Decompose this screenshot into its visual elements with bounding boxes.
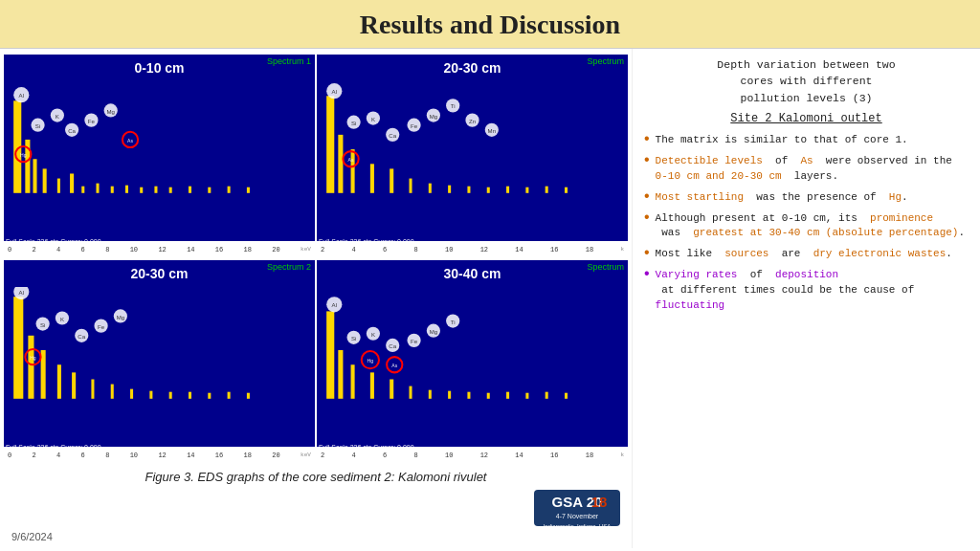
svg-rect-10 <box>140 187 143 193</box>
svg-rect-103 <box>467 392 470 399</box>
spectrum-label-4: Spectrum <box>587 262 624 272</box>
xaxis-numbers-1: 02468101214161820 keV <box>8 246 311 253</box>
svg-text:Hg: Hg <box>368 358 374 364</box>
svg-text:As: As <box>127 138 133 143</box>
highlight-as: As <box>800 155 813 166</box>
bullet-item-6: • Varying rates of deposition at differe… <box>642 268 970 314</box>
svg-text:Mn: Mn <box>488 127 496 134</box>
svg-rect-102 <box>448 391 451 399</box>
highlight-hg: Hg <box>889 191 902 203</box>
svg-rect-36 <box>370 164 374 192</box>
svg-text:Ti: Ti <box>451 102 456 109</box>
svg-text:K: K <box>56 113 59 120</box>
svg-rect-79 <box>228 392 231 399</box>
xaxis-numbers-3: 02468101214161820 keV <box>8 452 311 459</box>
date-label: 9/6/2024 <box>11 531 53 542</box>
highlight-prominence: prominence <box>870 212 933 224</box>
svg-rect-72 <box>91 379 94 398</box>
svg-rect-101 <box>429 390 432 399</box>
svg-text:Al: Al <box>19 289 24 296</box>
chart-svg-1: Al Si K Ca Fe Mg As Hg <box>4 81 315 198</box>
highlight-sources: sources <box>724 248 768 259</box>
graph-scale-4: Full Scale 226 cts Cursor: 0.000 <box>319 444 414 451</box>
graph-0-10cm: Spectrum 1 0-10 cm <box>4 55 315 258</box>
svg-rect-45 <box>546 187 548 193</box>
svg-rect-68 <box>28 336 33 399</box>
bullet-dot-1: • <box>642 132 652 147</box>
svg-text:Al: Al <box>332 88 337 95</box>
svg-text:Mg: Mg <box>430 113 437 120</box>
page-title: Results and Discussion <box>0 10 980 40</box>
svg-text:K: K <box>60 316 64 322</box>
svg-rect-75 <box>149 391 152 399</box>
graph-30-40cm: Spectrum 30-40 cm <box>317 260 628 464</box>
svg-rect-74 <box>130 389 133 399</box>
svg-text:Al: Al <box>19 92 24 99</box>
svg-text:Fe: Fe <box>88 118 96 124</box>
highlight-startling: Most startling <box>656 191 744 203</box>
svg-rect-37 <box>390 168 393 192</box>
svg-rect-104 <box>487 393 490 399</box>
graph-label-20-30-top: 20-30 cm <box>444 60 501 76</box>
svg-rect-42 <box>487 187 490 193</box>
xaxis-numbers-4: 24681012141618 k <box>321 452 624 459</box>
svg-rect-39 <box>429 184 432 193</box>
spectrum-label-2: Spectrum <box>587 56 624 66</box>
svg-text:Fe: Fe <box>411 338 418 344</box>
bullet-dot-3: • <box>642 189 652 205</box>
bullet-item-4: • Although present at 0-10 cm, its promi… <box>642 211 970 242</box>
svg-rect-12 <box>169 187 172 193</box>
svg-text:Si: Si <box>35 122 40 129</box>
svg-rect-35 <box>351 149 355 193</box>
highlight-0-10: 0-10 cm and 20-30 cm <box>656 170 782 182</box>
right-panel: Depth variation between two cores with d… <box>632 49 980 548</box>
svg-rect-99 <box>390 379 393 398</box>
svg-text:Hg: Hg <box>20 152 27 158</box>
graph-label-20-30-bottom: 20-30 cm <box>131 266 189 281</box>
svg-rect-46 <box>565 187 568 193</box>
svg-text:Hg: Hg <box>30 355 36 361</box>
graph-label-30-40: 30-40 cm <box>444 266 501 281</box>
graph-scale-2: Full Scale 226 cts Cursor: 0.000 <box>319 238 414 245</box>
svg-rect-78 <box>208 393 211 399</box>
graph-scale-3: Full Scale 226 cts Cursor: 0.000 <box>6 444 101 451</box>
graph-scale-1: Full Scale 226 cts Cursor: 0.000 <box>6 238 101 245</box>
graph-20-30cm-top: Spectrum 20-30 cm <box>317 55 628 258</box>
svg-text:Ca: Ca <box>389 342 396 349</box>
xaxis-numbers-2: 24681012141618 k <box>321 246 624 253</box>
svg-rect-34 <box>338 135 343 193</box>
svg-rect-76 <box>169 392 172 399</box>
svg-rect-100 <box>409 386 412 399</box>
svg-text:Mg: Mg <box>106 108 114 115</box>
bullet-text-1: The matrix is similar to that of core 1. <box>656 133 908 148</box>
svg-rect-9 <box>125 186 128 193</box>
svg-rect-41 <box>467 187 470 193</box>
svg-rect-44 <box>525 187 528 193</box>
bullet-text-4: Although present at 0-10 cm, its promine… <box>656 211 970 242</box>
svg-rect-13 <box>189 187 191 193</box>
svg-rect-7 <box>96 184 99 193</box>
svg-text:Ca: Ca <box>68 127 76 134</box>
svg-rect-5 <box>70 173 74 192</box>
spectrum-label-3: Spectrum 2 <box>267 262 311 272</box>
bullet-item-1: • The matrix is similar to that of core … <box>642 133 970 148</box>
svg-text:Si: Si <box>351 120 356 126</box>
highlight-fluctuating: fluctuating <box>656 299 725 311</box>
svg-text:Si: Si <box>40 321 45 328</box>
bullet-text-3: Most startling was the presence of Hg. <box>656 190 908 206</box>
svg-text:Indianapolis, Indiana, USA: Indianapolis, Indiana, USA <box>544 523 612 529</box>
svg-text:Ti: Ti <box>451 319 456 325</box>
svg-rect-40 <box>448 186 451 193</box>
figure-caption: Figure 3. EDS graphs of the core sedimen… <box>4 464 628 488</box>
graph-20-30cm-bottom: Spectrum 2 20-30 cm <box>4 260 315 464</box>
highlight-deposition: deposition <box>775 269 838 280</box>
bullet-item-5: • Most like sources are dry electronic w… <box>642 247 970 262</box>
svg-rect-33 <box>326 96 334 193</box>
highlight-dry: dry electronic wastes <box>813 248 947 259</box>
bullet-dot-2: • <box>642 153 652 168</box>
chart-svg-4: Al Si K Ca Fe Mg Ti Hg <box>317 287 628 404</box>
svg-text:Mg: Mg <box>117 314 124 320</box>
svg-text:K: K <box>371 116 375 122</box>
svg-rect-107 <box>546 392 548 399</box>
svg-text:Si: Si <box>351 335 356 342</box>
